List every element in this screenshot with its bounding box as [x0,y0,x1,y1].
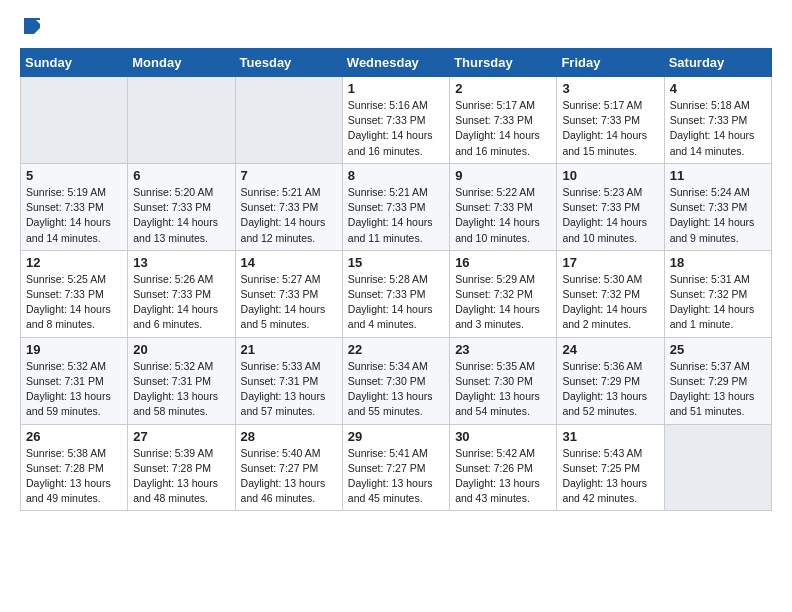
weekday-header-friday: Friday [557,49,664,77]
day-number: 13 [133,255,229,270]
day-number: 2 [455,81,551,96]
calendar-cell: 21Sunrise: 5:33 AM Sunset: 7:31 PM Dayli… [235,337,342,424]
calendar-cell: 14Sunrise: 5:27 AM Sunset: 7:33 PM Dayli… [235,250,342,337]
calendar-cell: 19Sunrise: 5:32 AM Sunset: 7:31 PM Dayli… [21,337,128,424]
calendar-cell: 23Sunrise: 5:35 AM Sunset: 7:30 PM Dayli… [450,337,557,424]
day-info: Sunrise: 5:31 AM Sunset: 7:32 PM Dayligh… [670,272,766,333]
calendar-cell: 20Sunrise: 5:32 AM Sunset: 7:31 PM Dayli… [128,337,235,424]
calendar-cell: 27Sunrise: 5:39 AM Sunset: 7:28 PM Dayli… [128,424,235,511]
calendar-week-row: 26Sunrise: 5:38 AM Sunset: 7:28 PM Dayli… [21,424,772,511]
calendar-cell: 13Sunrise: 5:26 AM Sunset: 7:33 PM Dayli… [128,250,235,337]
day-info: Sunrise: 5:38 AM Sunset: 7:28 PM Dayligh… [26,446,122,507]
calendar-cell: 18Sunrise: 5:31 AM Sunset: 7:32 PM Dayli… [664,250,771,337]
day-info: Sunrise: 5:32 AM Sunset: 7:31 PM Dayligh… [26,359,122,420]
day-number: 23 [455,342,551,357]
weekday-header-sunday: Sunday [21,49,128,77]
day-number: 11 [670,168,766,183]
day-info: Sunrise: 5:25 AM Sunset: 7:33 PM Dayligh… [26,272,122,333]
day-number: 25 [670,342,766,357]
day-info: Sunrise: 5:17 AM Sunset: 7:33 PM Dayligh… [455,98,551,159]
calendar-cell [21,77,128,164]
day-info: Sunrise: 5:21 AM Sunset: 7:33 PM Dayligh… [348,185,444,246]
day-number: 3 [562,81,658,96]
day-number: 21 [241,342,337,357]
calendar-cell: 11Sunrise: 5:24 AM Sunset: 7:33 PM Dayli… [664,163,771,250]
calendar-cell: 22Sunrise: 5:34 AM Sunset: 7:30 PM Dayli… [342,337,449,424]
day-info: Sunrise: 5:18 AM Sunset: 7:33 PM Dayligh… [670,98,766,159]
calendar-table: SundayMondayTuesdayWednesdayThursdayFrid… [20,48,772,511]
day-info: Sunrise: 5:19 AM Sunset: 7:33 PM Dayligh… [26,185,122,246]
calendar-week-row: 19Sunrise: 5:32 AM Sunset: 7:31 PM Dayli… [21,337,772,424]
calendar-cell [235,77,342,164]
day-info: Sunrise: 5:22 AM Sunset: 7:33 PM Dayligh… [455,185,551,246]
day-info: Sunrise: 5:36 AM Sunset: 7:29 PM Dayligh… [562,359,658,420]
day-info: Sunrise: 5:27 AM Sunset: 7:33 PM Dayligh… [241,272,337,333]
calendar-cell: 1Sunrise: 5:16 AM Sunset: 7:33 PM Daylig… [342,77,449,164]
day-number: 31 [562,429,658,444]
day-info: Sunrise: 5:21 AM Sunset: 7:33 PM Dayligh… [241,185,337,246]
calendar-cell: 5Sunrise: 5:19 AM Sunset: 7:33 PM Daylig… [21,163,128,250]
calendar-week-row: 5Sunrise: 5:19 AM Sunset: 7:33 PM Daylig… [21,163,772,250]
day-info: Sunrise: 5:41 AM Sunset: 7:27 PM Dayligh… [348,446,444,507]
page: SundayMondayTuesdayWednesdayThursdayFrid… [0,0,792,527]
day-info: Sunrise: 5:24 AM Sunset: 7:33 PM Dayligh… [670,185,766,246]
day-number: 18 [670,255,766,270]
calendar-cell: 3Sunrise: 5:17 AM Sunset: 7:33 PM Daylig… [557,77,664,164]
day-info: Sunrise: 5:35 AM Sunset: 7:30 PM Dayligh… [455,359,551,420]
day-number: 12 [26,255,122,270]
weekday-header-saturday: Saturday [664,49,771,77]
day-number: 14 [241,255,337,270]
calendar-cell: 25Sunrise: 5:37 AM Sunset: 7:29 PM Dayli… [664,337,771,424]
day-info: Sunrise: 5:43 AM Sunset: 7:25 PM Dayligh… [562,446,658,507]
calendar-cell: 9Sunrise: 5:22 AM Sunset: 7:33 PM Daylig… [450,163,557,250]
weekday-header-thursday: Thursday [450,49,557,77]
day-info: Sunrise: 5:42 AM Sunset: 7:26 PM Dayligh… [455,446,551,507]
calendar-cell: 8Sunrise: 5:21 AM Sunset: 7:33 PM Daylig… [342,163,449,250]
weekday-header-monday: Monday [128,49,235,77]
day-info: Sunrise: 5:30 AM Sunset: 7:32 PM Dayligh… [562,272,658,333]
calendar-cell: 10Sunrise: 5:23 AM Sunset: 7:33 PM Dayli… [557,163,664,250]
day-number: 30 [455,429,551,444]
calendar-week-row: 1Sunrise: 5:16 AM Sunset: 7:33 PM Daylig… [21,77,772,164]
day-number: 22 [348,342,444,357]
calendar-cell: 31Sunrise: 5:43 AM Sunset: 7:25 PM Dayli… [557,424,664,511]
day-number: 15 [348,255,444,270]
day-info: Sunrise: 5:20 AM Sunset: 7:33 PM Dayligh… [133,185,229,246]
day-number: 28 [241,429,337,444]
calendar-cell: 28Sunrise: 5:40 AM Sunset: 7:27 PM Dayli… [235,424,342,511]
day-info: Sunrise: 5:23 AM Sunset: 7:33 PM Dayligh… [562,185,658,246]
calendar-cell [128,77,235,164]
calendar-cell: 30Sunrise: 5:42 AM Sunset: 7:26 PM Dayli… [450,424,557,511]
logo [20,16,42,36]
day-info: Sunrise: 5:17 AM Sunset: 7:33 PM Dayligh… [562,98,658,159]
day-number: 7 [241,168,337,183]
calendar-cell: 7Sunrise: 5:21 AM Sunset: 7:33 PM Daylig… [235,163,342,250]
day-info: Sunrise: 5:33 AM Sunset: 7:31 PM Dayligh… [241,359,337,420]
day-number: 9 [455,168,551,183]
day-info: Sunrise: 5:34 AM Sunset: 7:30 PM Dayligh… [348,359,444,420]
day-number: 24 [562,342,658,357]
day-info: Sunrise: 5:32 AM Sunset: 7:31 PM Dayligh… [133,359,229,420]
calendar-cell: 12Sunrise: 5:25 AM Sunset: 7:33 PM Dayli… [21,250,128,337]
calendar-cell: 24Sunrise: 5:36 AM Sunset: 7:29 PM Dayli… [557,337,664,424]
day-info: Sunrise: 5:40 AM Sunset: 7:27 PM Dayligh… [241,446,337,507]
logo-icon [22,16,42,36]
day-info: Sunrise: 5:26 AM Sunset: 7:33 PM Dayligh… [133,272,229,333]
calendar-cell: 29Sunrise: 5:41 AM Sunset: 7:27 PM Dayli… [342,424,449,511]
weekday-header-tuesday: Tuesday [235,49,342,77]
calendar-cell: 6Sunrise: 5:20 AM Sunset: 7:33 PM Daylig… [128,163,235,250]
weekday-header-wednesday: Wednesday [342,49,449,77]
day-number: 8 [348,168,444,183]
day-number: 29 [348,429,444,444]
calendar-cell: 16Sunrise: 5:29 AM Sunset: 7:32 PM Dayli… [450,250,557,337]
calendar-cell: 2Sunrise: 5:17 AM Sunset: 7:33 PM Daylig… [450,77,557,164]
day-number: 5 [26,168,122,183]
calendar-cell: 15Sunrise: 5:28 AM Sunset: 7:33 PM Dayli… [342,250,449,337]
day-info: Sunrise: 5:16 AM Sunset: 7:33 PM Dayligh… [348,98,444,159]
day-info: Sunrise: 5:37 AM Sunset: 7:29 PM Dayligh… [670,359,766,420]
day-info: Sunrise: 5:39 AM Sunset: 7:28 PM Dayligh… [133,446,229,507]
day-number: 10 [562,168,658,183]
calendar-week-row: 12Sunrise: 5:25 AM Sunset: 7:33 PM Dayli… [21,250,772,337]
day-number: 19 [26,342,122,357]
day-number: 26 [26,429,122,444]
